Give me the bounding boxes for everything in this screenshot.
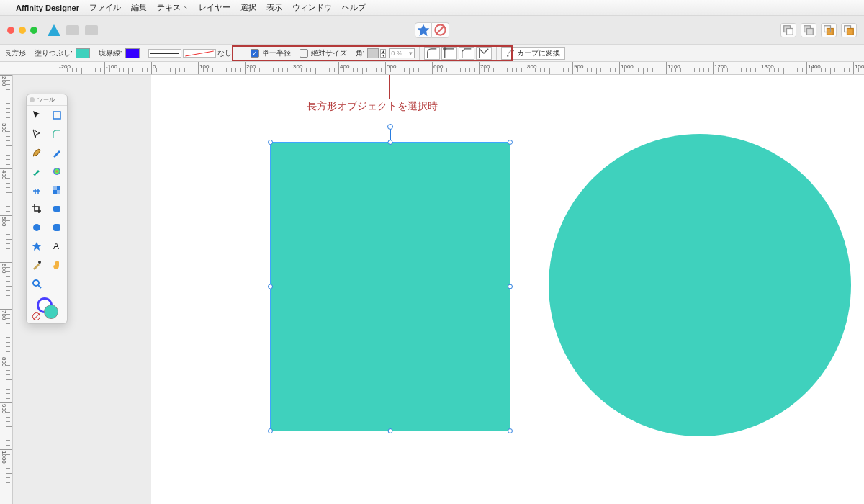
snapping-off-icon[interactable] — [432, 22, 449, 38]
corner-type-3-icon[interactable] — [459, 47, 474, 60]
corner-type-2-icon[interactable] — [441, 47, 457, 60]
vertical-ruler[interactable]: 2003004005006007008009001000 — [0, 75, 13, 504]
canvas[interactable]: 長方形オブジェクトを選択時 — [13, 75, 864, 504]
svg-rect-17 — [57, 190, 60, 194]
minimize-icon[interactable] — [19, 27, 26, 34]
zoom-icon[interactable] — [30, 27, 37, 34]
stroke-label: 境界線: — [99, 48, 122, 58]
handle-ml[interactable] — [268, 284, 273, 289]
menu-text[interactable]: テキスト — [157, 2, 189, 13]
pencil-tool-icon[interactable] — [47, 143, 67, 162]
artboard-tool-icon[interactable] — [47, 106, 67, 125]
svg-rect-20 — [53, 224, 60, 231]
annotation-connector — [389, 75, 390, 99]
stroke-none-preview[interactable] — [183, 49, 216, 58]
svg-line-1 — [436, 26, 445, 35]
foreground-background-color[interactable] — [27, 293, 67, 323]
crop-tool-icon[interactable] — [27, 199, 47, 218]
arrange-back-icon[interactable] — [780, 23, 796, 37]
ellipse-tool-icon[interactable] — [27, 218, 47, 237]
svg-rect-13 — [53, 112, 60, 119]
svg-rect-18 — [53, 206, 60, 212]
svg-text:A: A — [53, 241, 59, 251]
rectangle-object[interactable] — [271, 143, 510, 431]
toolbar-center — [415, 22, 449, 38]
corner-type-stepper[interactable]: ▴▾ — [380, 49, 386, 58]
menu-layer[interactable]: レイヤー — [199, 2, 230, 13]
handle-tc[interactable] — [388, 140, 393, 145]
snapping-icon[interactable] — [415, 22, 432, 38]
corner-type-1-icon[interactable] — [424, 47, 440, 60]
corner-type-swatch[interactable] — [367, 48, 379, 58]
tools-header[interactable]: ツール — [27, 94, 67, 106]
handle-bl[interactable] — [268, 428, 273, 433]
handle-bc[interactable] — [388, 428, 393, 433]
tools-title: ツール — [37, 96, 55, 104]
menu-window[interactable]: ウィンドウ — [292, 2, 332, 13]
svg-point-23 — [33, 280, 39, 286]
corner-tool-icon[interactable] — [47, 125, 67, 143]
brush-tool-icon[interactable] — [27, 162, 47, 181]
corner-percent-field[interactable]: 0 %▾ — [389, 48, 415, 58]
convert-to-curves-button[interactable]: カーブに変換 — [501, 47, 565, 60]
panel-close-icon[interactable] — [30, 97, 35, 102]
zoom-tool-icon[interactable] — [27, 274, 47, 293]
svg-point-11 — [507, 55, 508, 56]
star-tool-icon[interactable] — [27, 237, 47, 256]
svg-rect-9 — [847, 28, 854, 35]
no-color-icon[interactable] — [32, 312, 40, 320]
ellipse-object[interactable] — [549, 134, 851, 436]
persona-switcher — [48, 24, 98, 36]
handle-mr[interactable] — [508, 284, 513, 289]
vector-crop-tool-icon[interactable] — [27, 181, 47, 199]
arrange-backward-icon[interactable] — [801, 23, 816, 37]
fill-tool-icon[interactable] — [47, 162, 67, 181]
fill-color-icon[interactable] — [44, 305, 58, 319]
shape-name: 長方形 — [0, 48, 30, 58]
handle-br[interactable] — [508, 428, 513, 433]
svg-point-19 — [33, 224, 40, 231]
stroke-swatch[interactable] — [125, 48, 140, 58]
designer-persona-icon[interactable] — [48, 24, 60, 36]
annotation-text: 長方形オブジェクトを選択時 — [307, 100, 438, 113]
svg-point-10 — [444, 47, 447, 50]
close-icon[interactable] — [7, 27, 14, 34]
menu-file[interactable]: ファイル — [89, 2, 121, 13]
stroke-field[interactable]: 境界線: — [94, 48, 144, 58]
handle-tr[interactable] — [508, 140, 513, 145]
horizontal-ruler[interactable]: -200-10001002003004005006007008009001000… — [0, 62, 864, 75]
menu-help[interactable]: ヘルプ — [342, 2, 366, 13]
node-tool-icon[interactable] — [27, 125, 47, 143]
empty-slot — [47, 274, 67, 293]
pixel-persona-icon[interactable] — [66, 25, 79, 35]
menu-select[interactable]: 選択 — [240, 2, 256, 13]
handle-tl[interactable] — [268, 140, 273, 145]
fill-label: 塗りつぶし: — [35, 48, 73, 58]
move-tool-icon[interactable] — [27, 106, 47, 125]
rounded-rect-tool-icon[interactable] — [47, 218, 67, 237]
tools-panel: ツール A — [26, 94, 68, 324]
svg-line-24 — [38, 285, 41, 288]
fill-field[interactable]: 塗りつぶし: — [30, 48, 94, 58]
arrange-forward-icon[interactable] — [821, 23, 837, 37]
hand-tool-icon[interactable] — [47, 256, 67, 274]
color-picker-tool-icon[interactable] — [27, 256, 47, 274]
single-radius-checkbox[interactable]: ✓ — [251, 49, 259, 58]
pen-tool-icon[interactable] — [27, 143, 47, 162]
export-persona-icon[interactable] — [85, 25, 98, 35]
absolute-size-checkbox[interactable] — [300, 49, 308, 58]
menu-edit[interactable]: 編集 — [131, 2, 147, 13]
rectangle-tool-icon[interactable] — [47, 199, 67, 218]
context-toolbar: 長方形 塗りつぶし: 境界線: なし ✓ 単一半径 絶対サイズ 角: ▴▾ 0 … — [0, 45, 864, 62]
rotate-handle[interactable] — [387, 124, 393, 130]
transparency-tool-icon[interactable] — [47, 181, 67, 199]
stroke-style-preview[interactable] — [148, 49, 181, 58]
corner-type-4-icon[interactable] — [476, 47, 492, 60]
text-tool-icon[interactable]: A — [47, 237, 67, 256]
svg-rect-3 — [787, 28, 793, 35]
arrange-front-icon[interactable] — [841, 23, 857, 37]
fill-swatch[interactable] — [76, 48, 90, 58]
app-name[interactable]: Affinity Designer — [16, 4, 79, 12]
menu-view[interactable]: 表示 — [266, 2, 282, 13]
menubar: Affinity Designer ファイル 編集 テキスト レイヤー 選択 表… — [0, 0, 864, 16]
